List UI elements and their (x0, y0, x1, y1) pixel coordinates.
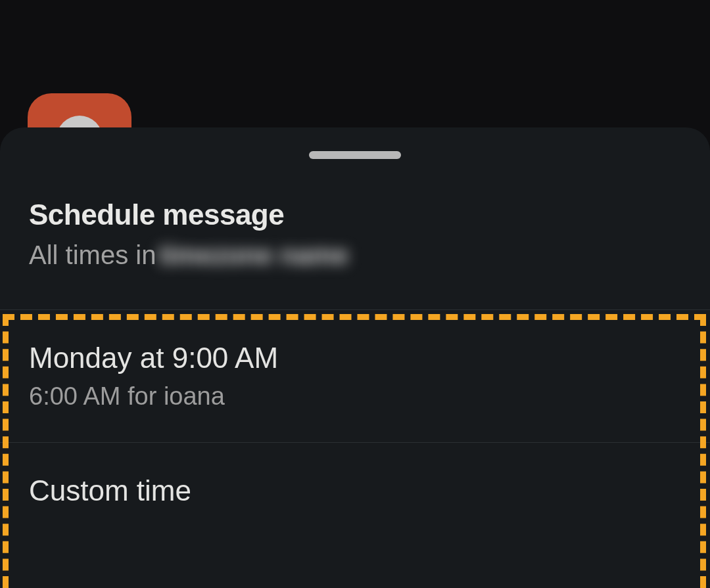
sheet-subtitle-row: All times in timezone name (29, 240, 681, 270)
option-title: Monday at 9:00 AM (29, 342, 681, 374)
schedule-options-list: Monday at 9:00 AM 6:00 AM for ioana Cust… (0, 309, 710, 539)
schedule-option-monday[interactable]: Monday at 9:00 AM 6:00 AM for ioana (0, 309, 710, 442)
option-title: Custom time (29, 474, 681, 507)
schedule-option-custom[interactable]: Custom time (0, 442, 710, 539)
sheet-subtitle-redacted: timezone name (158, 240, 348, 270)
sheet-header: Schedule message All times in timezone n… (0, 159, 710, 290)
sheet-subtitle-prefix: All times in (29, 240, 156, 270)
drag-handle[interactable] (309, 151, 401, 159)
option-subtitle: 6:00 AM for ioana (29, 382, 681, 411)
schedule-bottom-sheet: Schedule message All times in timezone n… (0, 127, 710, 588)
sheet-title: Schedule message (29, 198, 681, 231)
